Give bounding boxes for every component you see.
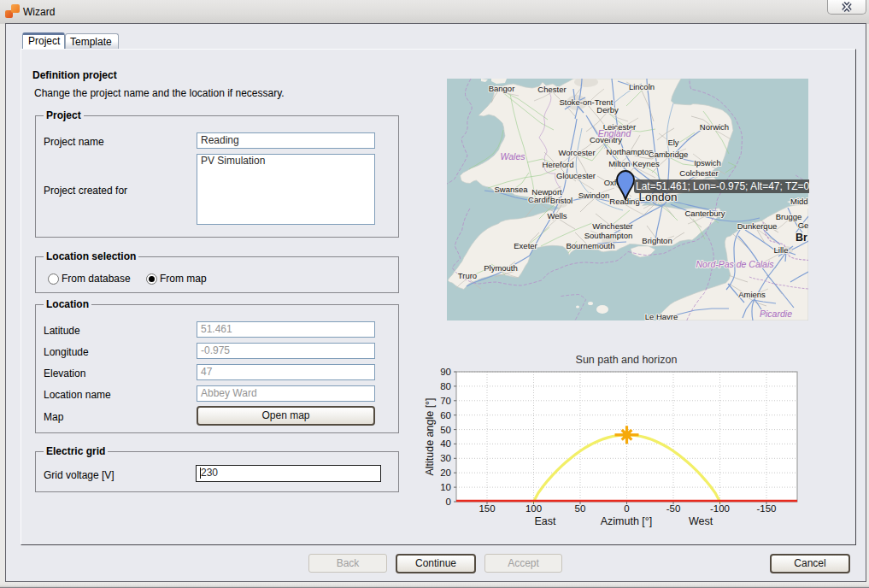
svg-text:30: 30: [440, 453, 451, 463]
svg-text:80: 80: [440, 381, 451, 391]
svg-text:England: England: [598, 128, 632, 138]
svg-text:Lille: Lille: [774, 245, 789, 255]
svg-text:Le Havre: Le Havre: [645, 312, 678, 320]
svg-text:Ely: Ely: [667, 138, 678, 147]
svg-text:-100: -100: [710, 503, 730, 514]
svg-text:Azimuth [°]: Azimuth [°]: [601, 515, 653, 527]
svg-text:Bournemouth: Bournemouth: [566, 241, 614, 250]
svg-text:Ge: Ge: [798, 220, 808, 230]
svg-text:Bristol: Bristol: [550, 196, 572, 205]
svg-text:0: 0: [624, 503, 629, 514]
svg-text:Wales: Wales: [501, 151, 526, 162]
svg-text:Bangor: Bangor: [489, 84, 515, 93]
svg-text:Dunkerque: Dunkerque: [737, 221, 777, 231]
svg-text:Amiens: Amiens: [738, 290, 766, 299]
svg-text:50: 50: [440, 425, 451, 435]
svg-text:Southampton: Southampton: [584, 231, 633, 240]
svg-text:10: 10: [440, 482, 451, 492]
svg-text:Sun path and horizon: Sun path and horizon: [576, 354, 678, 366]
svg-text:90: 90: [440, 367, 451, 377]
svg-text:0: 0: [446, 497, 451, 507]
svg-text:40: 40: [440, 438, 451, 449]
svg-text:Exeter: Exeter: [514, 241, 537, 250]
svg-text:20: 20: [440, 467, 451, 478]
svg-text:Midde: Midde: [790, 197, 808, 206]
svg-text:Colchester: Colchester: [679, 168, 718, 178]
svg-text:Ipswich: Ipswich: [694, 158, 721, 168]
svg-text:Swindon: Swindon: [578, 191, 609, 200]
svg-text:Lincoln: Lincoln: [629, 82, 655, 91]
svg-text:-50: -50: [666, 503, 681, 514]
svg-text:Chester: Chester: [537, 85, 566, 94]
svg-text:Br: Br: [796, 232, 807, 244]
svg-text:50: 50: [575, 503, 586, 514]
svg-text:Northampton: Northampton: [607, 147, 654, 156]
svg-text:Picardie: Picardie: [760, 309, 792, 319]
svg-text:West: West: [689, 515, 713, 527]
svg-text:Truro: Truro: [458, 271, 477, 280]
svg-text:Cambridge: Cambridge: [649, 150, 688, 159]
svg-text:Wells: Wells: [547, 211, 567, 220]
svg-text:Cardiff: Cardiff: [528, 195, 552, 204]
svg-text:-150: -150: [756, 503, 776, 514]
svg-text:70: 70: [440, 396, 451, 406]
svg-text:East: East: [534, 515, 556, 527]
svg-text:Derby: Derby: [596, 105, 619, 115]
svg-text:Gloucester: Gloucester: [556, 171, 596, 180]
svg-text:100: 100: [526, 503, 542, 514]
svg-text:Plymouth: Plymouth: [484, 263, 518, 273]
svg-text:Norwich: Norwich: [700, 122, 729, 132]
svg-text:Worcester: Worcester: [558, 148, 595, 157]
svg-text:Brighton: Brighton: [642, 236, 672, 245]
svg-text:Altitude angle [°]: Altitude angle [°]: [424, 397, 436, 475]
svg-text:150: 150: [479, 503, 495, 514]
svg-text:Winchester: Winchester: [592, 221, 633, 231]
svg-text:Canterbury: Canterbury: [685, 209, 725, 218]
svg-text:60: 60: [440, 410, 451, 420]
svg-text:Swansea: Swansea: [494, 185, 528, 194]
svg-text:Hereford: Hereford: [543, 160, 574, 169]
svg-text:Nord-Pas de Calais: Nord-Pas de Calais: [696, 259, 774, 269]
svg-text:Milton Keynes: Milton Keynes: [608, 159, 660, 168]
